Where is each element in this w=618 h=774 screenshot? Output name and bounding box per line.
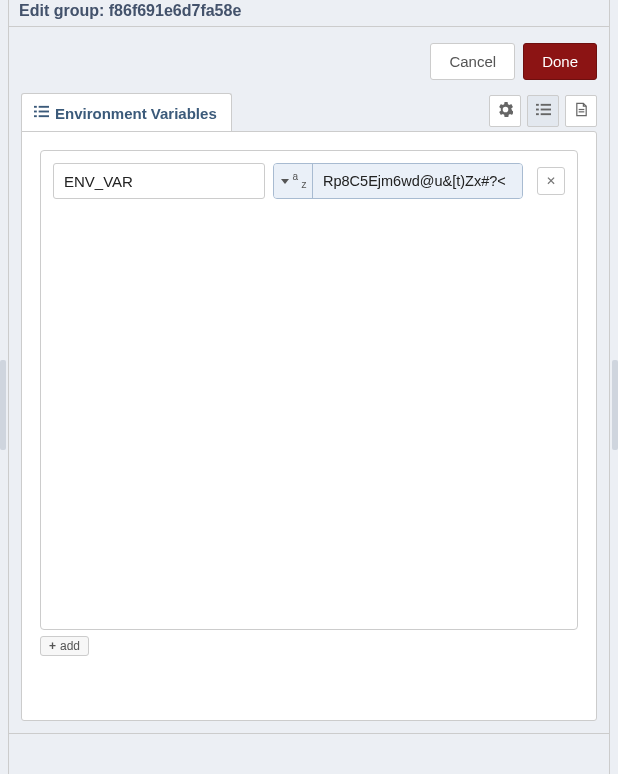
env-var-value-wrap: az bbox=[273, 163, 523, 199]
svg-rect-5 bbox=[39, 115, 49, 117]
file-view-button[interactable] bbox=[565, 95, 597, 127]
footer-separator bbox=[9, 733, 609, 765]
action-buttons: Cancel Done bbox=[9, 27, 609, 92]
remove-var-button[interactable]: ✕ bbox=[537, 167, 565, 195]
svg-rect-8 bbox=[536, 109, 539, 111]
resize-handle-right[interactable] bbox=[612, 360, 618, 450]
page-title: Edit group: f86f691e6d7fa58e bbox=[19, 0, 599, 22]
tabs-row: Environment Variables bbox=[9, 92, 609, 131]
svg-rect-7 bbox=[540, 104, 550, 106]
list-view-button[interactable] bbox=[527, 95, 559, 127]
content-panel: az ✕ + add bbox=[21, 131, 597, 721]
svg-rect-6 bbox=[536, 104, 539, 106]
env-var-row: az ✕ bbox=[53, 163, 565, 199]
string-type-icon: az bbox=[294, 174, 306, 188]
plus-icon: + bbox=[49, 639, 56, 653]
add-var-button[interactable]: + add bbox=[40, 636, 89, 656]
list-icon bbox=[536, 102, 551, 120]
tab-environment-variables[interactable]: Environment Variables bbox=[21, 93, 232, 132]
svg-rect-2 bbox=[34, 111, 37, 113]
tool-icons bbox=[489, 95, 597, 131]
add-var-label: add bbox=[60, 639, 80, 653]
env-vars-list: az ✕ bbox=[40, 150, 578, 630]
cancel-button[interactable]: Cancel bbox=[430, 43, 515, 80]
svg-rect-9 bbox=[540, 109, 550, 111]
svg-rect-1 bbox=[39, 106, 49, 108]
done-button[interactable]: Done bbox=[523, 43, 597, 80]
svg-rect-10 bbox=[536, 113, 539, 115]
resize-handle-left[interactable] bbox=[0, 360, 6, 450]
svg-rect-4 bbox=[34, 115, 37, 117]
env-var-value-input[interactable] bbox=[313, 164, 522, 198]
chevron-down-icon bbox=[281, 179, 289, 184]
header: Edit group: f86f691e6d7fa58e bbox=[9, 0, 609, 27]
file-icon bbox=[574, 102, 589, 120]
svg-rect-0 bbox=[34, 106, 37, 108]
list-icon bbox=[34, 104, 49, 122]
tab-label: Environment Variables bbox=[55, 105, 217, 122]
settings-button[interactable] bbox=[489, 95, 521, 127]
done-button-label: Done bbox=[542, 53, 578, 70]
svg-rect-3 bbox=[39, 111, 49, 113]
close-icon: ✕ bbox=[546, 174, 556, 188]
gear-icon bbox=[498, 102, 513, 120]
cancel-button-label: Cancel bbox=[449, 53, 496, 70]
svg-rect-11 bbox=[540, 113, 550, 115]
value-type-dropdown[interactable]: az bbox=[274, 164, 313, 198]
env-var-name-input[interactable] bbox=[53, 163, 265, 199]
dialog-panel: Edit group: f86f691e6d7fa58e Cancel Done… bbox=[8, 0, 610, 774]
